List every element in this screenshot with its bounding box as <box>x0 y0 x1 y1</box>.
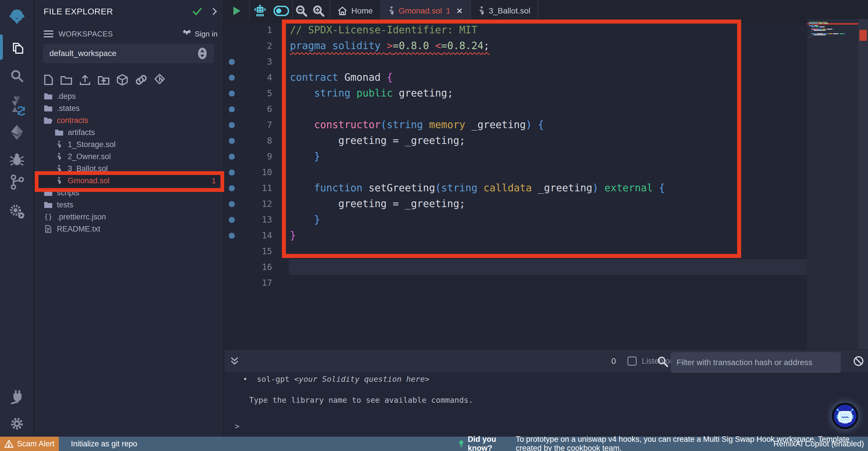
remixai-robot-icon[interactable] <box>250 0 270 22</box>
code-line-4: contract Gmonad { <box>290 69 744 85</box>
new-file-icon[interactable] <box>43 74 53 86</box>
script-runner-icon[interactable] <box>0 203 34 220</box>
folder-icon <box>43 92 53 100</box>
line-numbers: 1234567891011121314151617 <box>224 22 272 291</box>
sign-in-button[interactable]: Sign in <box>182 30 218 38</box>
solidity-file-icon <box>389 6 395 16</box>
minimap-line <box>824 33 827 34</box>
tree-item-1-storage-sol[interactable]: 1_Storage.sol <box>34 138 223 150</box>
did-you-know-tip: Did you know? To prototype on a uniswap … <box>459 435 868 451</box>
code-line-13: } <box>290 212 744 227</box>
tree-item-tests[interactable]: tests <box>34 199 223 211</box>
editor-scrollbar[interactable] <box>858 19 868 349</box>
select-stepper-icon <box>197 47 208 60</box>
minimap-line <box>809 22 827 23</box>
listen-checkbox[interactable] <box>627 357 637 366</box>
terminal-search-icon[interactable] <box>657 356 668 367</box>
tab-bar: Home Gmonad.sol 1 ✕ 3_Ballot.sol <box>224 0 868 22</box>
line-number: 2 <box>224 38 272 54</box>
tree-item-label: tests <box>57 200 73 209</box>
tree-item-artifacts[interactable]: artifacts <box>34 126 223 138</box>
line-number: 17 <box>224 275 272 291</box>
tree-item-3-ballot-sol[interactable]: 3_Ballot.sol <box>34 163 223 175</box>
minimap[interactable] <box>807 19 858 349</box>
remixai-assistant-button[interactable] <box>832 403 858 429</box>
git-icon[interactable] <box>0 174 34 190</box>
solidity-compiler-icon[interactable] <box>0 95 34 116</box>
import-cube-icon[interactable] <box>117 74 128 86</box>
tree-item-contracts[interactable]: contracts <box>34 114 223 126</box>
run-script-button[interactable] <box>224 0 249 22</box>
terminal-panel: 0 Listen on all transactions Filter with… <box>224 350 868 436</box>
minimap-line <box>828 23 828 24</box>
code-line-3 <box>290 54 744 69</box>
debugger-icon[interactable] <box>0 152 34 167</box>
line-number: 10 <box>224 164 272 180</box>
tab-close-icon[interactable]: ✕ <box>456 6 463 16</box>
zoom-out-icon[interactable] <box>293 0 310 22</box>
filter-placeholder: Filter with transaction hash or address <box>677 358 812 367</box>
hamburger-menu-icon[interactable] <box>43 30 53 38</box>
import-link-icon[interactable] <box>135 74 148 86</box>
minimap-line <box>840 33 844 34</box>
tree-item-readme-txt[interactable]: README.txt <box>34 223 223 235</box>
tree-item--states[interactable]: .states <box>34 102 223 114</box>
json-icon: {} <box>43 213 53 221</box>
plugin-manager-icon[interactable] <box>0 388 34 404</box>
file-explorer-icon[interactable] <box>0 40 34 56</box>
tab-home[interactable]: Home <box>330 0 381 22</box>
tree-item--deps[interactable]: .deps <box>34 90 223 102</box>
line-number: 11 <box>224 180 272 196</box>
tree-item--prettierrc-json[interactable]: {}.prettierrc.json <box>34 211 223 223</box>
collapse-terminal-icon[interactable] <box>230 356 239 366</box>
chevron-right-icon[interactable] <box>212 7 218 16</box>
search-icon[interactable] <box>0 68 34 84</box>
remix-ide-window: FILE EXPLORER WORKSPACES Sign in <box>0 0 868 451</box>
error-count-badge: 1 <box>212 176 216 185</box>
minimap-line <box>809 37 809 38</box>
new-folder-icon[interactable] <box>60 75 72 85</box>
code-content[interactable]: // SPDX-License-Identifier: MITpragma so… <box>290 22 744 291</box>
folder-icon <box>43 201 53 208</box>
line-number: 16 <box>224 259 272 275</box>
tree-item-label: contracts <box>57 116 88 125</box>
zoom-in-icon[interactable] <box>310 0 327 22</box>
minimap-line <box>832 29 832 30</box>
code-line-11: function setGreeting(string calldata _gr… <box>290 180 744 196</box>
tree-item-label: artifacts <box>68 128 95 137</box>
tree-item-gmonad-sol[interactable]: Gmonad.sol1 <box>34 175 223 187</box>
minimap-line <box>823 29 826 30</box>
minimap-line <box>809 23 818 24</box>
tree-item-scripts[interactable]: scripts <box>34 187 223 199</box>
code-line-7: constructor(string memory _greeting) { <box>290 117 744 133</box>
file-icon <box>43 225 53 233</box>
accept-check-icon[interactable] <box>192 7 202 16</box>
tab-ballot[interactable]: 3_Ballot.sol <box>471 0 538 22</box>
tab-gmonad[interactable]: Gmonad.sol 1 ✕ <box>381 0 471 22</box>
line-number: 5 <box>224 85 272 101</box>
upload-file-icon[interactable] <box>79 74 91 86</box>
transaction-filter-input[interactable]: Filter with transaction hash or address <box>671 352 841 373</box>
clear-console-icon[interactable] <box>853 356 864 367</box>
tree-item-label: 1_Storage.sol <box>68 140 116 149</box>
minimap-line <box>833 33 838 34</box>
sol-icon <box>55 165 64 173</box>
remixai-toggle[interactable] <box>270 0 292 22</box>
lightbulb-icon <box>459 439 464 448</box>
workspace-select[interactable]: default_workspace <box>43 44 214 63</box>
tab-error-badge: 1 <box>446 6 451 16</box>
code-line-1: // SPDX-License-Identifier: MIT <box>290 22 744 38</box>
tree-item-label: 3_Ballot.sol <box>68 164 108 173</box>
scam-alert-button[interactable]: Scam Alert <box>0 436 59 451</box>
settings-gear-icon[interactable] <box>0 416 34 431</box>
minimap-line <box>833 29 834 30</box>
git-init-button[interactable]: Initialize as git repo <box>71 440 137 448</box>
remix-logo-icon[interactable] <box>0 7 34 25</box>
file-explorer-panel: FILE EXPLORER WORKSPACES Sign in <box>34 0 224 436</box>
upload-folder-icon[interactable] <box>98 75 110 85</box>
tree-item-2-owner-sol[interactable]: 2_Owner.sol <box>34 150 223 163</box>
clone-git-icon[interactable] <box>154 74 165 86</box>
terminal-output[interactable]: • sol-gpt <your Solidity question here> … <box>224 372 868 436</box>
line-number: 3 <box>224 54 272 69</box>
deploy-run-icon[interactable] <box>0 124 34 141</box>
